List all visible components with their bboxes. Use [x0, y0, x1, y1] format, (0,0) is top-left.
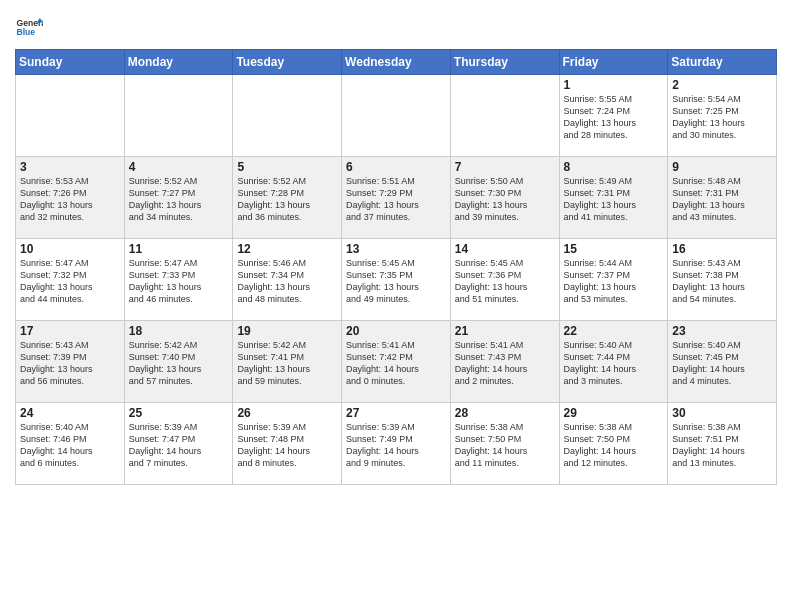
day-header-saturday: Saturday — [668, 50, 777, 75]
day-number: 11 — [129, 242, 229, 256]
day-number: 26 — [237, 406, 337, 420]
day-number: 10 — [20, 242, 120, 256]
calendar-cell: 19Sunrise: 5:42 AM Sunset: 7:41 PM Dayli… — [233, 321, 342, 403]
calendar-cell — [233, 75, 342, 157]
day-header-wednesday: Wednesday — [342, 50, 451, 75]
day-info: Sunrise: 5:54 AM Sunset: 7:25 PM Dayligh… — [672, 93, 772, 142]
calendar-cell: 2Sunrise: 5:54 AM Sunset: 7:25 PM Daylig… — [668, 75, 777, 157]
calendar-cell: 29Sunrise: 5:38 AM Sunset: 7:50 PM Dayli… — [559, 403, 668, 485]
day-info: Sunrise: 5:41 AM Sunset: 7:43 PM Dayligh… — [455, 339, 555, 388]
day-number: 4 — [129, 160, 229, 174]
day-info: Sunrise: 5:42 AM Sunset: 7:41 PM Dayligh… — [237, 339, 337, 388]
day-info: Sunrise: 5:45 AM Sunset: 7:36 PM Dayligh… — [455, 257, 555, 306]
calendar-cell: 25Sunrise: 5:39 AM Sunset: 7:47 PM Dayli… — [124, 403, 233, 485]
day-info: Sunrise: 5:38 AM Sunset: 7:50 PM Dayligh… — [564, 421, 664, 470]
day-number: 15 — [564, 242, 664, 256]
calendar-cell: 17Sunrise: 5:43 AM Sunset: 7:39 PM Dayli… — [16, 321, 125, 403]
day-number: 18 — [129, 324, 229, 338]
day-info: Sunrise: 5:53 AM Sunset: 7:26 PM Dayligh… — [20, 175, 120, 224]
day-info: Sunrise: 5:40 AM Sunset: 7:46 PM Dayligh… — [20, 421, 120, 470]
day-number: 25 — [129, 406, 229, 420]
calendar-cell: 8Sunrise: 5:49 AM Sunset: 7:31 PM Daylig… — [559, 157, 668, 239]
day-header-monday: Monday — [124, 50, 233, 75]
calendar-cell: 5Sunrise: 5:52 AM Sunset: 7:28 PM Daylig… — [233, 157, 342, 239]
calendar-cell: 3Sunrise: 5:53 AM Sunset: 7:26 PM Daylig… — [16, 157, 125, 239]
day-number: 1 — [564, 78, 664, 92]
calendar-cell: 11Sunrise: 5:47 AM Sunset: 7:33 PM Dayli… — [124, 239, 233, 321]
day-info: Sunrise: 5:51 AM Sunset: 7:29 PM Dayligh… — [346, 175, 446, 224]
day-info: Sunrise: 5:55 AM Sunset: 7:24 PM Dayligh… — [564, 93, 664, 142]
calendar-cell: 27Sunrise: 5:39 AM Sunset: 7:49 PM Dayli… — [342, 403, 451, 485]
day-info: Sunrise: 5:47 AM Sunset: 7:32 PM Dayligh… — [20, 257, 120, 306]
calendar-cell: 6Sunrise: 5:51 AM Sunset: 7:29 PM Daylig… — [342, 157, 451, 239]
calendar-table: SundayMondayTuesdayWednesdayThursdayFrid… — [15, 49, 777, 485]
day-number: 21 — [455, 324, 555, 338]
day-number: 19 — [237, 324, 337, 338]
day-info: Sunrise: 5:44 AM Sunset: 7:37 PM Dayligh… — [564, 257, 664, 306]
calendar-cell: 16Sunrise: 5:43 AM Sunset: 7:38 PM Dayli… — [668, 239, 777, 321]
day-number: 8 — [564, 160, 664, 174]
day-info: Sunrise: 5:49 AM Sunset: 7:31 PM Dayligh… — [564, 175, 664, 224]
calendar-cell: 12Sunrise: 5:46 AM Sunset: 7:34 PM Dayli… — [233, 239, 342, 321]
calendar-cell: 1Sunrise: 5:55 AM Sunset: 7:24 PM Daylig… — [559, 75, 668, 157]
day-info: Sunrise: 5:38 AM Sunset: 7:50 PM Dayligh… — [455, 421, 555, 470]
logo: General Blue — [15, 15, 47, 43]
calendar-cell: 26Sunrise: 5:39 AM Sunset: 7:48 PM Dayli… — [233, 403, 342, 485]
day-number: 2 — [672, 78, 772, 92]
calendar-cell: 15Sunrise: 5:44 AM Sunset: 7:37 PM Dayli… — [559, 239, 668, 321]
day-header-thursday: Thursday — [450, 50, 559, 75]
calendar-cell — [450, 75, 559, 157]
day-info: Sunrise: 5:50 AM Sunset: 7:30 PM Dayligh… — [455, 175, 555, 224]
day-info: Sunrise: 5:39 AM Sunset: 7:48 PM Dayligh… — [237, 421, 337, 470]
calendar-cell: 9Sunrise: 5:48 AM Sunset: 7:31 PM Daylig… — [668, 157, 777, 239]
svg-text:Blue: Blue — [17, 27, 36, 37]
calendar-cell: 28Sunrise: 5:38 AM Sunset: 7:50 PM Dayli… — [450, 403, 559, 485]
day-number: 22 — [564, 324, 664, 338]
day-info: Sunrise: 5:48 AM Sunset: 7:31 PM Dayligh… — [672, 175, 772, 224]
day-number: 27 — [346, 406, 446, 420]
day-info: Sunrise: 5:52 AM Sunset: 7:28 PM Dayligh… — [237, 175, 337, 224]
svg-text:General: General — [17, 18, 43, 28]
week-row-5: 24Sunrise: 5:40 AM Sunset: 7:46 PM Dayli… — [16, 403, 777, 485]
day-number: 5 — [237, 160, 337, 174]
day-info: Sunrise: 5:41 AM Sunset: 7:42 PM Dayligh… — [346, 339, 446, 388]
day-info: Sunrise: 5:47 AM Sunset: 7:33 PM Dayligh… — [129, 257, 229, 306]
calendar-cell: 22Sunrise: 5:40 AM Sunset: 7:44 PM Dayli… — [559, 321, 668, 403]
calendar-cell: 23Sunrise: 5:40 AM Sunset: 7:45 PM Dayli… — [668, 321, 777, 403]
calendar-cell — [124, 75, 233, 157]
calendar-cell: 18Sunrise: 5:42 AM Sunset: 7:40 PM Dayli… — [124, 321, 233, 403]
calendar-cell — [16, 75, 125, 157]
day-info: Sunrise: 5:38 AM Sunset: 7:51 PM Dayligh… — [672, 421, 772, 470]
calendar-header-row: SundayMondayTuesdayWednesdayThursdayFrid… — [16, 50, 777, 75]
calendar-cell: 21Sunrise: 5:41 AM Sunset: 7:43 PM Dayli… — [450, 321, 559, 403]
day-header-tuesday: Tuesday — [233, 50, 342, 75]
day-number: 7 — [455, 160, 555, 174]
calendar-cell: 7Sunrise: 5:50 AM Sunset: 7:30 PM Daylig… — [450, 157, 559, 239]
calendar-cell: 13Sunrise: 5:45 AM Sunset: 7:35 PM Dayli… — [342, 239, 451, 321]
logo-icon: General Blue — [15, 15, 43, 43]
day-number: 17 — [20, 324, 120, 338]
day-info: Sunrise: 5:39 AM Sunset: 7:47 PM Dayligh… — [129, 421, 229, 470]
week-row-3: 10Sunrise: 5:47 AM Sunset: 7:32 PM Dayli… — [16, 239, 777, 321]
day-number: 12 — [237, 242, 337, 256]
calendar-cell: 24Sunrise: 5:40 AM Sunset: 7:46 PM Dayli… — [16, 403, 125, 485]
day-header-friday: Friday — [559, 50, 668, 75]
day-number: 6 — [346, 160, 446, 174]
calendar-cell: 30Sunrise: 5:38 AM Sunset: 7:51 PM Dayli… — [668, 403, 777, 485]
week-row-4: 17Sunrise: 5:43 AM Sunset: 7:39 PM Dayli… — [16, 321, 777, 403]
day-info: Sunrise: 5:40 AM Sunset: 7:45 PM Dayligh… — [672, 339, 772, 388]
day-number: 20 — [346, 324, 446, 338]
day-number: 14 — [455, 242, 555, 256]
day-header-sunday: Sunday — [16, 50, 125, 75]
day-info: Sunrise: 5:43 AM Sunset: 7:39 PM Dayligh… — [20, 339, 120, 388]
day-number: 28 — [455, 406, 555, 420]
day-info: Sunrise: 5:39 AM Sunset: 7:49 PM Dayligh… — [346, 421, 446, 470]
day-number: 24 — [20, 406, 120, 420]
day-number: 9 — [672, 160, 772, 174]
page-header: General Blue — [15, 10, 777, 43]
week-row-2: 3Sunrise: 5:53 AM Sunset: 7:26 PM Daylig… — [16, 157, 777, 239]
day-number: 16 — [672, 242, 772, 256]
day-number: 3 — [20, 160, 120, 174]
week-row-1: 1Sunrise: 5:55 AM Sunset: 7:24 PM Daylig… — [16, 75, 777, 157]
calendar-cell: 20Sunrise: 5:41 AM Sunset: 7:42 PM Dayli… — [342, 321, 451, 403]
